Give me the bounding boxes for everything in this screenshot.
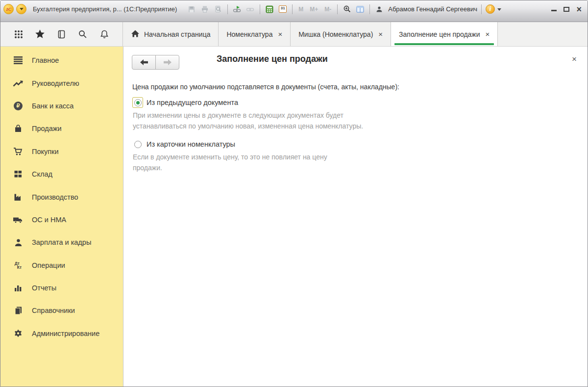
shopping-bag-icon <box>12 123 24 134</box>
tab-label: Номенклатура <box>226 30 272 38</box>
print-icon[interactable] <box>199 4 210 14</box>
notifications-bell-icon[interactable] <box>98 28 111 41</box>
sidebar-item-label: Администрирование <box>32 330 99 337</box>
sidebar-item-salary-hr[interactable]: Зарплата и кадры <box>0 231 123 254</box>
menu-lines-icon <box>12 55 24 66</box>
get-link-icon[interactable] <box>245 4 256 14</box>
toolbar-separator <box>292 4 293 14</box>
option-label[interactable]: Из предыдущего документа <box>147 99 238 106</box>
tab-close-icon[interactable]: × <box>278 30 282 38</box>
sidebar-item-label: Производство <box>32 193 78 201</box>
favorites-star-icon[interactable] <box>34 28 47 41</box>
gear-icon <box>12 328 24 339</box>
sidebar-item-label: Операции <box>32 261 65 269</box>
memory-recall-button[interactable]: M <box>296 6 305 13</box>
bar-chart-icon <box>12 283 24 293</box>
panel-icons <box>0 22 123 46</box>
memory-minus-button[interactable]: M- <box>322 6 333 13</box>
memory-plus-button[interactable]: M+ <box>308 6 320 13</box>
forward-arrow-icon <box>163 59 172 65</box>
app-window: 1С Бухгалтерия предприятия, р... (1С:Пре… <box>0 0 588 387</box>
tab-label: Мишка (Номенклатура) <box>298 30 373 38</box>
debit-credit-icon: ДтКт <box>12 260 24 271</box>
sidebar-item-label: Руководителю <box>32 79 79 87</box>
settings-form: Цена продажи по умолчанию подставляется … <box>132 83 558 181</box>
tab-close-icon[interactable]: × <box>486 30 490 38</box>
forward-button[interactable] <box>155 55 179 70</box>
sidebar-item-sales[interactable]: Продажи <box>0 117 123 140</box>
intro-text: Цена продажи по умолчанию подставляется … <box>132 83 558 91</box>
warehouse-boxes-icon <box>12 169 24 180</box>
sidebar-item-bank-cash[interactable]: ₽ Банк и касса <box>0 95 123 117</box>
tab-close-icon[interactable]: × <box>378 30 383 38</box>
maximize-button[interactable] <box>564 7 569 12</box>
sidebar-item-purchases[interactable]: Покупки <box>0 140 123 163</box>
sidebar-item-directories[interactable]: Справочники <box>0 299 123 322</box>
form-close-button[interactable]: × <box>572 55 577 63</box>
shopping-cart-icon <box>12 146 24 157</box>
print-preview-icon[interactable] <box>213 4 223 14</box>
user-icon <box>374 4 385 14</box>
go-to-link-icon[interactable] <box>232 4 243 14</box>
focus-ring-placeholder <box>132 139 143 150</box>
sections-grid-icon[interactable] <box>12 28 25 41</box>
toolbar-separator <box>337 4 338 14</box>
1c-logo-icon: 1С <box>3 4 14 14</box>
sidebar-item-label: Справочники <box>32 307 75 314</box>
sidebar-item-production[interactable]: Производство <box>0 185 123 208</box>
tab-mishka[interactable]: Мишка (Номенклатура) × <box>291 22 391 46</box>
zoom-icon[interactable] <box>342 4 352 14</box>
sections-sidebar: Главное Руководителю ₽ Банк и касса Прод… <box>0 47 123 387</box>
sidebar-item-warehouse[interactable]: Склад <box>0 163 123 185</box>
sidebar-item-operations[interactable]: ДтКт Операции <box>0 254 123 277</box>
sidebar-item-reports[interactable]: Отчеты <box>0 277 123 299</box>
tab-label: Начальная страница <box>144 30 210 38</box>
history-icon[interactable] <box>55 28 68 41</box>
sidebar-item-label: Покупки <box>32 148 59 155</box>
toolbar-separator <box>481 4 482 14</box>
sidebar-item-label: Банк и касса <box>32 102 74 110</box>
radio-from-item-card[interactable] <box>134 141 142 148</box>
search-icon[interactable] <box>76 28 89 41</box>
sidebar-item-label: Главное <box>32 56 59 64</box>
split-window-icon[interactable] <box>355 4 366 14</box>
toolbar-separator <box>260 4 260 14</box>
sidebar-item-label: Отчеты <box>32 284 56 292</box>
main-content: Заполнение цен продажи × Цена продажи по… <box>123 47 588 387</box>
option-hint: При изменении цены в документе в следующ… <box>133 110 558 131</box>
minimize-button[interactable] <box>551 10 557 11</box>
info-button[interactable]: i <box>486 4 495 14</box>
tab-strip: Начальная страница Номенклатура × Мишка … <box>0 22 588 47</box>
sidebar-item-fixed-assets[interactable]: ОС и НМА <box>0 208 123 231</box>
chevron-down-icon <box>20 8 24 12</box>
ruble-circle-icon: ₽ <box>12 101 24 111</box>
chevron-down-icon[interactable] <box>497 8 501 13</box>
tab-fill-sale-prices[interactable]: Заполнение цен продажи × <box>391 22 498 46</box>
option-from-previous-document[interactable]: Из предыдущего документа <box>132 97 558 108</box>
sidebar-item-manager[interactable]: Руководителю <box>0 72 123 94</box>
tab-label: Заполнение цен продажи <box>399 30 480 38</box>
current-user-name[interactable]: Абрамов Геннадий Сергеевич <box>388 5 477 13</box>
person-icon <box>12 237 24 248</box>
save-icon[interactable] <box>186 4 197 14</box>
back-button[interactable] <box>132 55 156 70</box>
factory-icon <box>12 192 24 203</box>
window-close-button[interactable]: × <box>576 5 582 13</box>
sidebar-item-administration[interactable]: Администрирование <box>0 322 123 345</box>
tab-home[interactable]: Начальная страница <box>123 22 219 46</box>
radio-from-previous-document[interactable] <box>134 99 142 106</box>
focus-ring <box>132 97 143 108</box>
home-icon <box>131 29 140 39</box>
calculator-icon[interactable] <box>264 4 275 14</box>
main-menu-button[interactable] <box>16 4 26 14</box>
sidebar-item-label: Зарплата и кадры <box>32 238 91 246</box>
option-from-item-card[interactable]: Из карточки номенклатуры <box>132 139 558 150</box>
sidebar-item-label: ОС и НМА <box>32 216 66 224</box>
option-label[interactable]: Из карточки номенклатуры <box>147 140 235 148</box>
toolbar-separator <box>227 4 228 14</box>
history-nav-buttons <box>132 55 179 70</box>
tab-nomenclature[interactable]: Номенклатура × <box>219 22 291 46</box>
sidebar-item-main[interactable]: Главное <box>0 49 123 72</box>
page-title: Заполнение цен продажи <box>217 54 328 64</box>
calendar-icon[interactable]: 31 <box>277 4 288 14</box>
